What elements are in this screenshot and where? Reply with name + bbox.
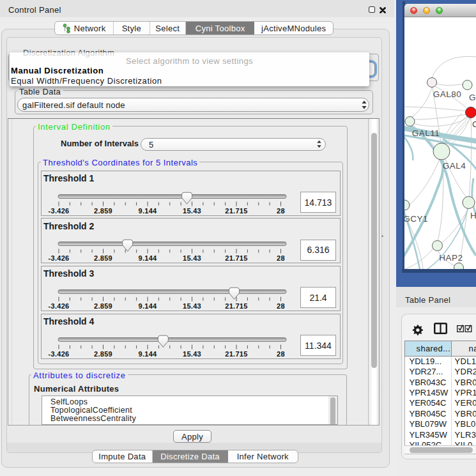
svg-text:GAL4: GAL4 [443, 161, 466, 171]
svg-text:2.859: 2.859 [94, 350, 112, 358]
svg-text:CA: CA [472, 119, 476, 129]
svg-text:9.144: 9.144 [138, 350, 157, 358]
svg-text:28: 28 [277, 302, 285, 310]
svg-text:9.144: 9.144 [138, 207, 157, 215]
svg-text:2.859: 2.859 [94, 302, 112, 310]
svg-text:21.715: 21.715 [225, 350, 247, 358]
svg-text:HAP2: HAP2 [439, 253, 463, 263]
svg-text:GAL11: GAL11 [412, 128, 440, 138]
svg-text:28: 28 [277, 254, 285, 262]
svg-text:15.43: 15.43 [183, 350, 201, 358]
svg-text:21.715: 21.715 [225, 254, 247, 262]
svg-text:28: 28 [277, 207, 285, 215]
svg-text:15.43: 15.43 [183, 207, 201, 215]
svg-text:15.43: 15.43 [183, 302, 201, 310]
svg-text:-3.426: -3.426 [49, 302, 70, 310]
svg-text:2.859: 2.859 [94, 207, 112, 215]
svg-text:21.715: 21.715 [225, 207, 247, 215]
svg-text:H: H [470, 211, 476, 220]
svg-text:-3.426: -3.426 [49, 207, 70, 215]
svg-text:9.144: 9.144 [138, 254, 157, 262]
svg-text:GCY1: GCY1 [404, 214, 428, 224]
svg-text:GA: GA [469, 93, 476, 102]
svg-text:28: 28 [277, 350, 285, 358]
svg-text:15.43: 15.43 [183, 254, 201, 262]
svg-text:2.859: 2.859 [94, 254, 112, 262]
svg-text:GAL80: GAL80 [433, 89, 462, 99]
svg-text:-3.426: -3.426 [49, 350, 70, 358]
svg-text:21.715: 21.715 [225, 302, 247, 310]
svg-text:9.144: 9.144 [138, 302, 157, 310]
svg-text:-3.426: -3.426 [49, 254, 70, 262]
